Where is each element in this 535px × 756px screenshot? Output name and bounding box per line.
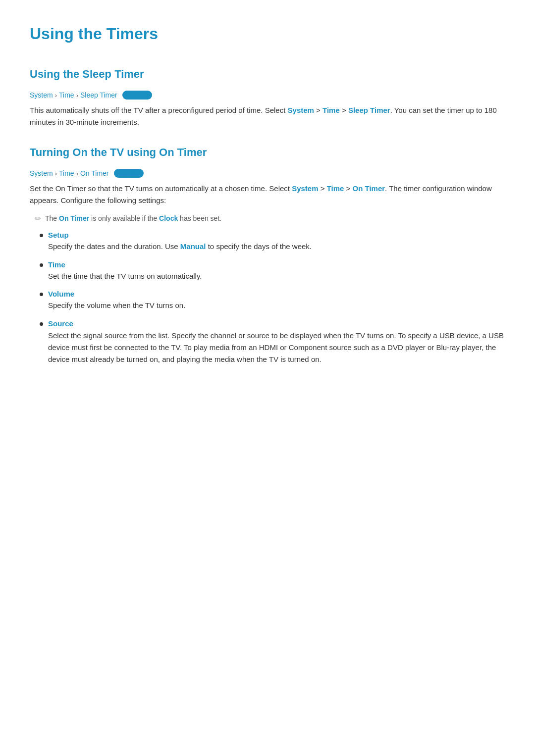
on-timer-section-title: Turning On the TV using On Timer: [30, 146, 505, 162]
bullet-dot-time: [40, 263, 43, 267]
breadcrumb-system: System: [30, 91, 53, 99]
page-title: Using the Timers: [30, 25, 505, 48]
breadcrumb-time: Time: [59, 91, 74, 99]
on-timer-bc-sep1: ›: [55, 170, 57, 177]
source-label: Source: [48, 319, 505, 328]
sleep-timer-section-title: Using the Sleep Timer: [30, 68, 505, 84]
sleep-timer-link-system: System: [288, 106, 314, 114]
on-timer-try-now-badge[interactable]: Try Now: [114, 169, 144, 178]
breadcrumb-sleep-timer: Sleep Timer: [80, 91, 117, 99]
time-label: Time: [48, 260, 202, 269]
time-content: Time Set the time that the TV turns on a…: [48, 260, 202, 282]
setup-label: Setup: [48, 231, 312, 239]
list-item-setup: Setup Specify the dates and the duration…: [40, 231, 505, 252]
sleep-timer-link-time: Time: [322, 106, 340, 114]
on-timer-breadcrumb: System › Time › On Timer Try Now: [30, 169, 505, 178]
on-timer-settings-list: Setup Specify the dates and the duration…: [30, 231, 505, 365]
note-pencil-icon: ✏: [35, 214, 41, 223]
volume-content: Volume Specify the volume when the TV tu…: [48, 290, 185, 311]
sleep-timer-link-sleep-timer: Sleep Timer: [348, 106, 390, 114]
on-timer-bc-sep2: ›: [76, 170, 78, 177]
sleep-timer-body: This automatically shuts off the TV afte…: [30, 104, 505, 128]
volume-desc: Specify the volume when the TV turns on.: [48, 300, 185, 311]
on-timer-bc-system: System: [30, 169, 53, 177]
on-timer-bc-on-timer: On Timer: [80, 169, 109, 177]
setup-content: Setup Specify the dates and the duration…: [48, 231, 312, 252]
time-desc: Set the time that the TV turns on automa…: [48, 271, 202, 282]
note-on-timer-link: On Timer: [59, 214, 89, 222]
on-timer-bc-time: Time: [59, 169, 74, 177]
on-timer-body: Set the On Timer so that the TV turns on…: [30, 183, 505, 206]
on-timer-section: Turning On the TV using On Timer System …: [30, 146, 505, 365]
list-item-volume: Volume Specify the volume when the TV tu…: [40, 290, 505, 311]
source-desc: Select the signal source from the list. …: [48, 330, 505, 365]
list-item-time: Time Set the time that the TV turns on a…: [40, 260, 505, 282]
bullet-dot-setup: [40, 234, 43, 237]
setup-desc: Specify the dates and the duration. Use …: [48, 241, 312, 252]
note-text: The On Timer is only available if the Cl…: [45, 213, 221, 224]
breadcrumb-sep2: ›: [76, 92, 78, 99]
on-timer-link-system: System: [292, 184, 318, 193]
manual-link: Manual: [180, 242, 206, 251]
sleep-timer-section: Using the Sleep Timer System › Time › Sl…: [30, 68, 505, 128]
list-item-source: Source Select the signal source from the…: [40, 319, 505, 365]
bullet-dot-source: [40, 322, 43, 326]
on-timer-link-on-timer: On Timer: [353, 184, 385, 193]
bullet-dot-volume: [40, 293, 43, 296]
breadcrumb-sep1: ›: [55, 92, 57, 99]
on-timer-note: ✏ The On Timer is only available if the …: [30, 213, 505, 224]
volume-label: Volume: [48, 290, 185, 298]
note-clock-link: Clock: [159, 214, 178, 222]
source-content: Source Select the signal source from the…: [48, 319, 505, 365]
sleep-timer-breadcrumb: System › Time › Sleep Timer Try Now: [30, 91, 505, 100]
sleep-timer-try-now-badge[interactable]: Try Now: [122, 91, 152, 100]
on-timer-link-time: Time: [327, 184, 344, 193]
